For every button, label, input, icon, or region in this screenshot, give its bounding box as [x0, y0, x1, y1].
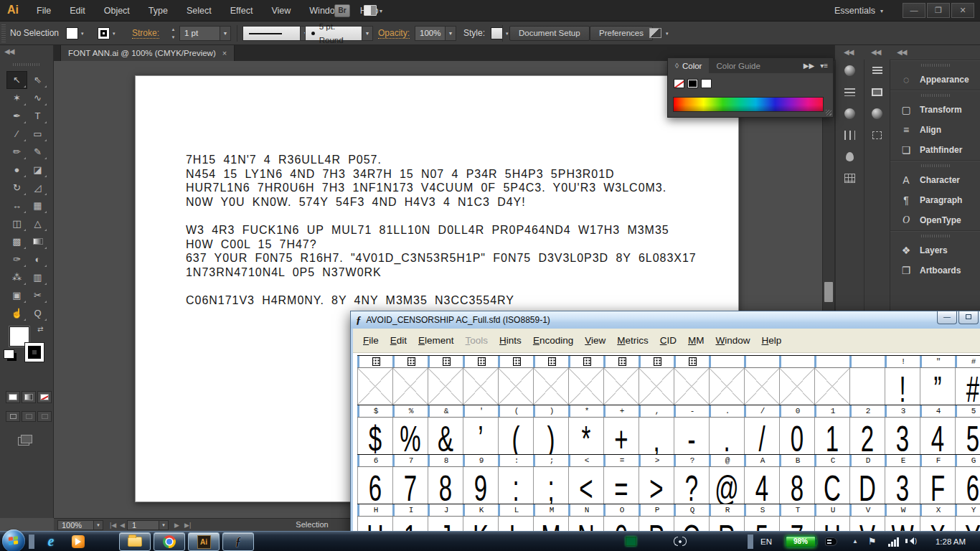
- dock-group-handle[interactable]: [890, 160, 980, 170]
- white-swatch[interactable]: [701, 79, 712, 88]
- chevron-down-icon[interactable]: ▾: [666, 31, 669, 37]
- line-segment-tool[interactable]: ∕: [6, 125, 27, 143]
- bridge-icon[interactable]: Br: [334, 4, 350, 17]
- preferences-button[interactable]: Preferences: [590, 26, 653, 41]
- volume-icon[interactable]: ): [905, 537, 917, 545]
- glyph-cell[interactable]: [849, 368, 885, 405]
- glyph-cell[interactable]: [674, 368, 709, 405]
- glyph-cell[interactable]: $: [357, 418, 392, 454]
- tab-color[interactable]: ◊ Color: [668, 58, 709, 73]
- dock-item-artboards[interactable]: ❐Artboards: [890, 260, 980, 281]
- rotate-tool[interactable]: ↻: [6, 179, 27, 197]
- zoom-level-field[interactable]: 100%▼: [57, 520, 103, 530]
- glyph-cell[interactable]: [709, 368, 744, 405]
- panel-ball-icon[interactable]: [836, 60, 864, 81]
- menu-item[interactable]: MM: [682, 335, 710, 346]
- network-activity-icon[interactable]: [626, 537, 636, 546]
- dock-item-transform[interactable]: ▢Transform: [890, 100, 980, 120]
- menu-item[interactable]: Effect: [221, 0, 263, 22]
- artboard-tool[interactable]: ▣: [6, 286, 27, 304]
- default-fill-stroke-icon[interactable]: [4, 349, 14, 359]
- panel-sphere2-icon[interactable]: [864, 103, 890, 124]
- menu-item[interactable]: View: [262, 0, 300, 22]
- previous-artboard-icon[interactable]: ◀: [120, 520, 125, 530]
- glyph-cell[interactable]: (: [498, 418, 533, 454]
- glyph-cell[interactable]: [463, 368, 498, 405]
- network-signal-icon[interactable]: [888, 537, 899, 547]
- menu-item[interactable]: CID: [654, 335, 682, 346]
- glyph-cell[interactable]: 4: [744, 467, 779, 504]
- eraser-tool[interactable]: ◪: [27, 161, 48, 179]
- glyph-cell[interactable]: [498, 368, 533, 405]
- menu-item[interactable]: Window: [710, 335, 755, 346]
- glyph-cell[interactable]: [428, 368, 463, 405]
- dock-item-character[interactable]: ACharacter: [890, 170, 980, 190]
- dock-group-handle[interactable]: [890, 230, 980, 240]
- start-button[interactable]: [2, 529, 25, 551]
- width-tool[interactable]: ↔: [6, 197, 27, 215]
- wireless-hotspot-icon[interactable]: [673, 536, 687, 547]
- color-spectrum-bar[interactable]: [673, 97, 824, 112]
- panel-drop-icon[interactable]: [836, 146, 864, 167]
- glyph-cell[interactable]: [639, 368, 674, 405]
- glyph-cell[interactable]: @: [709, 467, 744, 504]
- last-artboard-icon[interactable]: ▶|: [184, 520, 191, 530]
- panel-lines-icon[interactable]: [836, 81, 864, 103]
- draw-behind-mode-button[interactable]: [22, 411, 36, 422]
- glyph-cell[interactable]: D: [849, 467, 885, 504]
- stroke-profile-dropdown[interactable]: ▼: [242, 26, 311, 41]
- stroke-color-swatch[interactable]: [24, 342, 44, 362]
- glyph-cell[interactable]: 3: [885, 467, 920, 504]
- glyph-cell[interactable]: :: [498, 467, 533, 504]
- document-setup-button[interactable]: Document Setup: [509, 26, 590, 41]
- taskbar-button-explorer[interactable]: [119, 532, 151, 551]
- document-tab[interactable]: FONT ANN.ai @ 100% (CMYK/Preview) ×: [60, 45, 235, 61]
- panel-sphere-icon[interactable]: [836, 103, 864, 124]
- taskbar-button-fontforge[interactable]: ƒ: [222, 532, 254, 551]
- scrollbar-thumb[interactable]: [824, 282, 833, 302]
- menu-item[interactable]: Help: [756, 335, 788, 346]
- glyph-cell[interactable]: 5: [955, 418, 980, 454]
- glyph-cell[interactable]: C: [814, 467, 849, 504]
- gradient-button[interactable]: [22, 391, 36, 403]
- glyph-cell[interactable]: [814, 368, 849, 405]
- glyph-cell[interactable]: [357, 368, 392, 405]
- chevron-down-icon[interactable]: ▼: [93, 521, 103, 529]
- glyph-cell[interactable]: F: [920, 467, 955, 504]
- close-button[interactable]: ✕: [951, 3, 974, 18]
- screen-mode-button[interactable]: [17, 433, 36, 446]
- draw-normal-mode-button[interactable]: [6, 411, 20, 422]
- blob-brush-tool[interactable]: ●: [6, 161, 27, 179]
- menu-item[interactable]: View: [579, 335, 611, 346]
- stroke-swatch[interactable]: [98, 27, 110, 39]
- show-hidden-icons-button[interactable]: ▲: [852, 532, 858, 551]
- panel-frame-icon[interactable]: [864, 81, 890, 103]
- glyph-cell[interactable]: [603, 368, 639, 405]
- dock-group-handle[interactable]: [890, 90, 980, 100]
- media-player-icon[interactable]: [72, 535, 85, 548]
- opacity-field[interactable]: 100%▼: [415, 26, 456, 41]
- panel-menu-icon[interactable]: ▾≡: [820, 62, 828, 70]
- first-artboard-icon[interactable]: |◀: [110, 520, 116, 530]
- menu-item[interactable]: Edit: [60, 0, 95, 22]
- draw-inside-mode-button[interactable]: [37, 411, 52, 422]
- glyph-cell[interactable]: ”: [920, 368, 955, 405]
- arrange-documents-icon[interactable]: [364, 5, 377, 16]
- paintbrush-tool[interactable]: ✏: [6, 143, 27, 161]
- dock-item-paragraph[interactable]: ¶Paragraph: [890, 190, 980, 210]
- scale-tool[interactable]: ◿: [27, 179, 48, 197]
- glyph-cell[interactable]: [392, 368, 428, 405]
- battery-indicator[interactable]: 98%: [786, 536, 816, 547]
- workspace-switcher[interactable]: Essentials ▾: [834, 0, 883, 22]
- glyph-cell[interactable]: [533, 368, 568, 405]
- shape-builder-tool[interactable]: ◫: [6, 215, 27, 232]
- gradient-tool[interactable]: ▉: [27, 232, 48, 250]
- collapse-dock-icon[interactable]: ◀◀: [844, 45, 853, 60]
- glyph-cell[interactable]: <: [568, 467, 603, 504]
- glyph-cell[interactable]: 1: [814, 418, 849, 454]
- glyph-cell[interactable]: 8: [428, 467, 463, 504]
- magic-wand-tool[interactable]: ✶: [6, 89, 27, 107]
- mesh-tool[interactable]: ▩: [6, 232, 27, 250]
- glyph-cell[interactable]: 4: [920, 418, 955, 454]
- menu-item[interactable]: Tools: [460, 335, 494, 346]
